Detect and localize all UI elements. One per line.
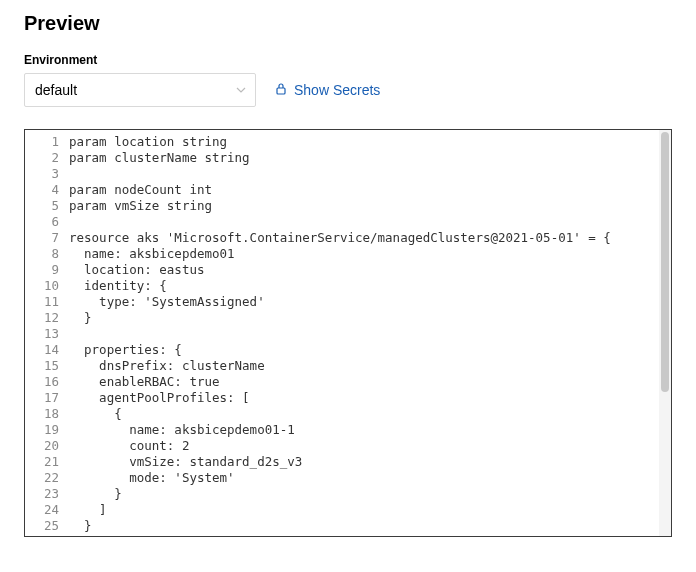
- environment-select[interactable]: default: [24, 73, 256, 107]
- line-number: 14: [29, 342, 59, 358]
- code-scroll: 1234567891011121314151617181920212223242…: [25, 130, 659, 536]
- line-number: 4: [29, 182, 59, 198]
- show-secrets-label: Show Secrets: [294, 82, 380, 98]
- line-number: 7: [29, 230, 59, 246]
- page-title: Preview: [24, 12, 672, 35]
- line-number: 25: [29, 518, 59, 534]
- line-number: 10: [29, 278, 59, 294]
- line-number: 16: [29, 374, 59, 390]
- line-number: 3: [29, 166, 59, 182]
- svg-rect-0: [277, 88, 285, 94]
- line-number: 1: [29, 134, 59, 150]
- line-number: 26: [29, 534, 59, 536]
- line-number: 23: [29, 486, 59, 502]
- code-content: param location string param clusterName …: [65, 130, 659, 536]
- line-number: 12: [29, 310, 59, 326]
- line-number: 15: [29, 358, 59, 374]
- line-number: 9: [29, 262, 59, 278]
- line-gutter: 1234567891011121314151617181920212223242…: [25, 130, 65, 536]
- line-number: 18: [29, 406, 59, 422]
- line-number: 8: [29, 246, 59, 262]
- line-number: 21: [29, 454, 59, 470]
- line-number: 2: [29, 150, 59, 166]
- line-number: 6: [29, 214, 59, 230]
- scrollbar-thumb[interactable]: [661, 132, 669, 392]
- line-number: 13: [29, 326, 59, 342]
- line-number: 22: [29, 470, 59, 486]
- line-number: 24: [29, 502, 59, 518]
- line-number: 17: [29, 390, 59, 406]
- line-number: 20: [29, 438, 59, 454]
- vertical-scrollbar[interactable]: [659, 130, 671, 536]
- env-row: default Show Secrets: [24, 73, 672, 107]
- code-editor[interactable]: 1234567891011121314151617181920212223242…: [24, 129, 672, 537]
- line-number: 5: [29, 198, 59, 214]
- environment-select-value: default: [24, 73, 256, 107]
- environment-label: Environment: [24, 53, 672, 67]
- line-number: 11: [29, 294, 59, 310]
- show-secrets-button[interactable]: Show Secrets: [274, 82, 380, 99]
- lock-icon: [274, 82, 288, 99]
- line-number: 19: [29, 422, 59, 438]
